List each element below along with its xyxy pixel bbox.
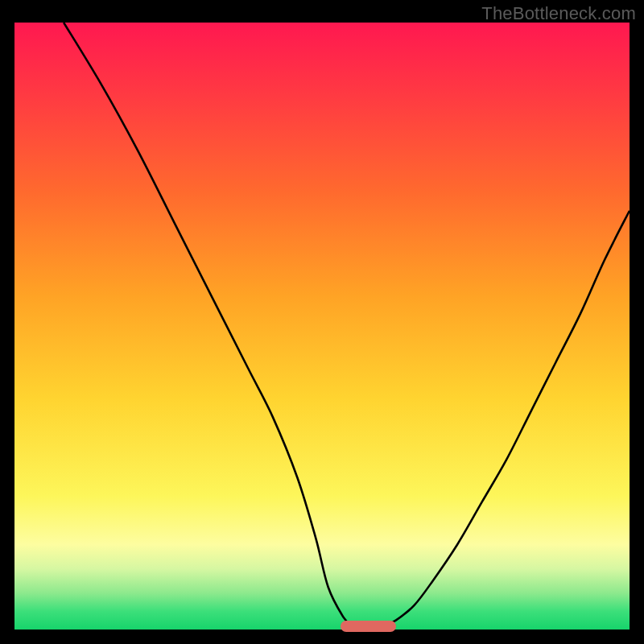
plot-area xyxy=(14,23,630,630)
watermark-text: TheBottleneck.com xyxy=(481,3,636,24)
bottleneck-marker xyxy=(341,621,396,632)
left-curve xyxy=(64,23,353,626)
chart-frame: TheBottleneck.com xyxy=(0,0,644,644)
curve-layer xyxy=(14,23,630,630)
right-curve xyxy=(383,211,630,626)
